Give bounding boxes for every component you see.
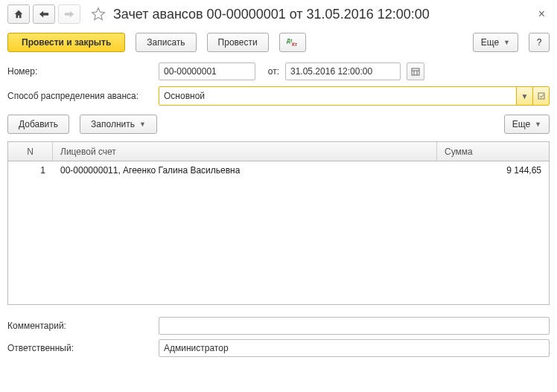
date-input[interactable]: 31.05.2016 12:00:00: [285, 62, 401, 80]
title-bar: Зачет авансов 00-00000001 от 31.05.2016 …: [0, 0, 557, 28]
number-date-row: Номер: 00-00000001 от: 31.05.2016 12:00:…: [0, 60, 557, 83]
distribution-field: Основной ▼: [159, 86, 550, 106]
table-body[interactable]: 1 00-000000011, Агеенко Галина Васильевн…: [8, 161, 549, 304]
accounts-table: N Лицевой счет Сумма 1 00-000000011, Аге…: [7, 141, 550, 305]
comment-row: Комментарий:: [7, 317, 550, 335]
table-more-button[interactable]: Еще▼: [504, 115, 550, 134]
table-more-label: Еще: [512, 119, 530, 129]
post-button[interactable]: Провести: [207, 33, 269, 52]
open-icon: [538, 92, 545, 100]
window-title: Зачет авансов 00-00000001 от 31.05.2016 …: [113, 7, 430, 22]
number-label: Номер:: [7, 66, 153, 77]
home-button[interactable]: [7, 4, 30, 24]
responsible-label: Ответственный:: [7, 343, 153, 353]
command-bar: Провести и закрыть Записать Провести Дт …: [0, 28, 557, 60]
comment-input[interactable]: [159, 317, 550, 335]
close-button[interactable]: ×: [534, 7, 550, 21]
calendar-icon: [411, 67, 420, 76]
svg-rect-6: [538, 93, 544, 99]
back-button[interactable]: [33, 4, 55, 24]
dtkt-icon: Дт Кт: [286, 37, 299, 48]
from-label: от:: [261, 66, 279, 77]
table-command-bar: Добавить Заполнить▼ Еще▼: [0, 109, 557, 138]
col-header-n[interactable]: N: [8, 142, 53, 161]
calendar-button[interactable]: [407, 62, 424, 80]
more-button[interactable]: Еще▼: [473, 33, 518, 52]
number-input[interactable]: 00-00000001: [159, 62, 255, 80]
comment-label: Комментарий:: [7, 321, 153, 331]
responsible-input[interactable]: Администратор: [159, 339, 550, 357]
cell-n: 1: [8, 165, 53, 176]
chevron-down-icon: ▼: [503, 39, 510, 46]
distribution-input[interactable]: Основной: [159, 87, 516, 105]
fill-button[interactable]: Заполнить▼: [80, 115, 157, 134]
svg-text:Кт: Кт: [292, 42, 297, 47]
svg-rect-2: [412, 68, 419, 75]
dtkt-button[interactable]: Дт Кт: [279, 33, 306, 52]
add-button[interactable]: Добавить: [7, 115, 69, 134]
chevron-down-icon: ▼: [521, 92, 529, 100]
table-row[interactable]: 1 00-000000011, Агеенко Галина Васильевн…: [8, 161, 549, 179]
write-button[interactable]: Записать: [136, 33, 196, 52]
responsible-row: Ответственный: Администратор: [7, 339, 550, 357]
help-button[interactable]: ?: [529, 33, 550, 52]
distribution-label: Способ распределения аванса:: [7, 91, 153, 101]
post-and-close-button[interactable]: Провести и закрыть: [7, 33, 125, 52]
col-header-sum[interactable]: Сумма: [437, 142, 549, 161]
chevron-down-icon: ▼: [535, 121, 541, 128]
favorite-star-icon[interactable]: [91, 7, 106, 22]
col-header-account[interactable]: Лицевой счет: [53, 142, 437, 161]
table-header: N Лицевой счет Сумма: [8, 142, 549, 161]
distribution-dropdown-button[interactable]: ▼: [516, 87, 532, 105]
fill-label: Заполнить: [91, 119, 135, 129]
footer-fields: Комментарий: Ответственный: Администрато…: [0, 305, 557, 366]
cell-sum: 9 144,65: [437, 165, 549, 176]
forward-button[interactable]: [58, 4, 80, 24]
chevron-down-icon: ▼: [139, 121, 146, 128]
distribution-open-button[interactable]: [532, 87, 549, 105]
distribution-row: Способ распределения аванса: Основной ▼: [0, 83, 557, 109]
cell-account: 00-000000011, Агеенко Галина Васильевна: [53, 165, 437, 176]
more-label: Еще: [481, 37, 499, 48]
